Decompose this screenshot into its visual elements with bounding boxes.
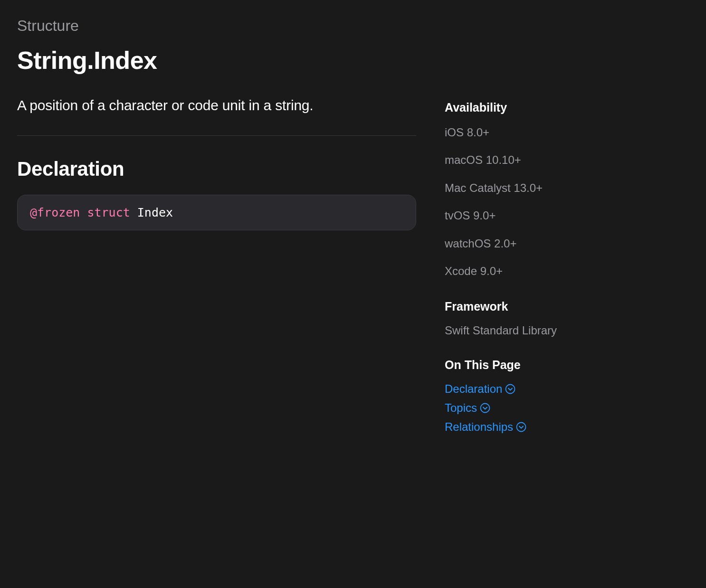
code-identifier: Index — [137, 206, 173, 219]
toc-link-relationships[interactable]: Relationships — [445, 420, 526, 434]
chevron-down-circle-icon — [480, 403, 490, 413]
availability-section: Availability iOS 8.0+ macOS 10.10+ Mac C… — [445, 101, 568, 279]
page-title: String.Index — [17, 46, 416, 75]
on-this-page-section: On This Page Declaration — [445, 358, 568, 434]
toc-item: Relationships — [445, 420, 568, 434]
toc-item: Declaration — [445, 382, 568, 396]
toc-link-label: Topics — [445, 401, 477, 415]
declaration-heading: Declaration — [17, 158, 416, 180]
availability-item: watchOS 2.0+ — [445, 236, 568, 251]
availability-item: iOS 8.0+ — [445, 125, 568, 140]
chevron-down-circle-icon — [505, 384, 515, 394]
availability-item: tvOS 9.0+ — [445, 208, 568, 223]
toc-link-label: Relationships — [445, 420, 513, 434]
framework-name: Swift Standard Library — [445, 324, 568, 337]
svg-point-0 — [506, 385, 515, 394]
chevron-down-circle-icon — [516, 422, 526, 432]
page-description: A position of a character or code unit i… — [17, 97, 416, 114]
toc-item: Topics — [445, 401, 568, 415]
on-this-page-heading: On This Page — [445, 358, 568, 372]
declaration-code-block: @frozen struct Index — [17, 195, 416, 230]
availability-item: Xcode 9.0+ — [445, 264, 568, 279]
toc-link-declaration[interactable]: Declaration — [445, 382, 515, 396]
svg-point-2 — [517, 423, 526, 432]
svg-point-1 — [481, 404, 490, 413]
framework-section: Framework Swift Standard Library — [445, 300, 568, 337]
availability-item: Mac Catalyst 13.0+ — [445, 180, 568, 196]
code-attribute: @frozen — [30, 206, 80, 219]
divider — [17, 135, 416, 136]
availability-heading: Availability — [445, 101, 568, 114]
availability-item: macOS 10.10+ — [445, 152, 568, 168]
sidebar: Availability iOS 8.0+ macOS 10.10+ Mac C… — [445, 17, 568, 455]
framework-heading: Framework — [445, 300, 568, 313]
main-content: Structure String.Index A position of a c… — [17, 17, 416, 455]
toc-link-topics[interactable]: Topics — [445, 401, 490, 415]
code-keyword: struct — [87, 206, 130, 219]
toc-link-label: Declaration — [445, 382, 502, 396]
eyebrow-label: Structure — [17, 17, 416, 35]
toc-list: Declaration Topics — [445, 382, 568, 434]
